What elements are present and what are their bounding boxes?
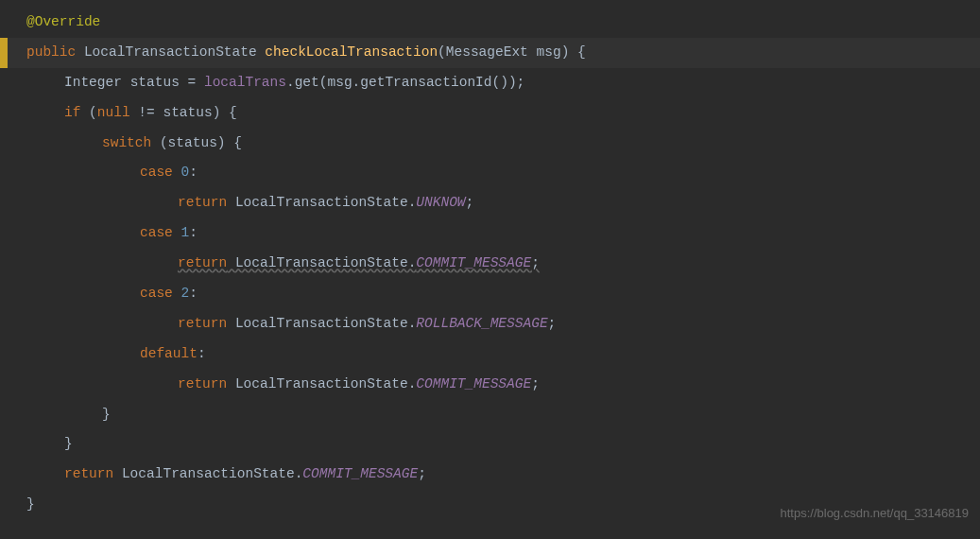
- code-line: case 0:: [0, 158, 980, 188]
- enum-commit: COMMIT_MESSAGE: [416, 255, 531, 270]
- brace-close: }: [102, 407, 111, 422]
- text: LocalTransactionState.: [227, 195, 416, 210]
- enum-commit: COMMIT_MESSAGE: [302, 466, 418, 481]
- keyword-case: case: [140, 286, 173, 301]
- colon: :: [189, 165, 198, 180]
- brace-close: }: [26, 496, 35, 512]
- enum-rollback: ROLLBACK_MESSAGE: [416, 316, 547, 331]
- code-line: return LocalTransactionState.COMMIT_MESS…: [0, 249, 980, 279]
- param-type: MessageExt: [446, 44, 528, 60]
- watermark: https://blog.csdn.net/qq_33146819: [781, 500, 970, 528]
- annotation: @Override: [26, 14, 100, 29]
- number: 1: [181, 225, 190, 240]
- op: =: [180, 75, 204, 90]
- field: localTrans: [204, 75, 286, 90]
- text: [173, 286, 181, 301]
- keyword-default: default: [140, 346, 198, 361]
- code-line: }: [0, 429, 980, 460]
- text: [76, 44, 84, 60]
- text: [173, 165, 181, 180]
- keyword-public: public: [26, 44, 76, 60]
- text: LocalTransactionState.: [227, 376, 416, 391]
- keyword-return: return: [64, 466, 113, 481]
- keyword-case: case: [140, 225, 173, 240]
- text: [528, 44, 537, 60]
- colon: :: [189, 286, 198, 301]
- keyword-switch: switch: [102, 135, 151, 150]
- return-type: LocalTransactionState: [84, 44, 257, 60]
- text: LocalTransactionState.: [227, 255, 416, 270]
- code-line: }: [0, 400, 980, 430]
- gutter-warning-marker: [0, 38, 8, 68]
- cond: (status) {: [151, 135, 242, 150]
- semi: ;: [548, 316, 557, 331]
- keyword-case: case: [140, 165, 173, 180]
- type: Integer: [64, 75, 122, 90]
- semi: ;: [418, 466, 426, 481]
- code-line: case 1:: [0, 218, 980, 249]
- cond: != status) {: [130, 105, 237, 120]
- code-line: return LocalTransactionState.UNKNOW;: [0, 188, 980, 218]
- code-line: @Override: [0, 8, 980, 38]
- enum-unknow: UNKNOW: [416, 195, 465, 210]
- text: LocalTransactionState.: [113, 466, 302, 481]
- keyword-return: return: [178, 376, 227, 391]
- param-name: msg: [537, 44, 561, 60]
- code-line: return LocalTransactionState.COMMIT_MESS…: [0, 460, 980, 490]
- code-line: return LocalTransactionState.ROLLBACK_ME…: [0, 309, 980, 339]
- method-name: checkLocalTransaction: [265, 44, 438, 60]
- number: 2: [181, 286, 190, 301]
- keyword-return: return: [178, 255, 227, 270]
- code-editor[interactable]: @Override public LocalTransactionState c…: [0, 0, 980, 520]
- brace-close: }: [64, 436, 73, 451]
- code-line-method-signature: public LocalTransactionState checkLocalT…: [0, 38, 980, 68]
- code-line: Integer status = localTrans.get(msg.getT…: [0, 68, 980, 98]
- semi: ;: [531, 255, 540, 270]
- text: [173, 225, 181, 240]
- keyword-null: null: [97, 105, 130, 120]
- code-line: switch (status) {: [0, 129, 980, 159]
- keyword-return: return: [178, 195, 227, 210]
- punct: (: [80, 105, 96, 120]
- code-line: return LocalTransactionState.COMMIT_MESS…: [0, 370, 980, 400]
- keyword-if: if: [64, 105, 80, 120]
- text: LocalTransactionState.: [227, 316, 416, 331]
- keyword-return: return: [178, 316, 227, 331]
- enum-commit: COMMIT_MESSAGE: [416, 376, 531, 391]
- semi: ;: [466, 195, 474, 210]
- semi: ;: [531, 376, 540, 391]
- punct: ) {: [561, 44, 586, 60]
- code-line: default:: [0, 339, 980, 370]
- code-line: if (null != status) {: [0, 98, 980, 129]
- number: 0: [181, 165, 190, 180]
- colon: :: [198, 346, 206, 361]
- call: .get(msg.getTransactionId());: [286, 75, 524, 90]
- code-line: case 2:: [0, 279, 980, 309]
- colon: :: [189, 225, 198, 240]
- var: status: [130, 75, 180, 90]
- punct: (: [438, 44, 446, 60]
- text: [122, 75, 130, 90]
